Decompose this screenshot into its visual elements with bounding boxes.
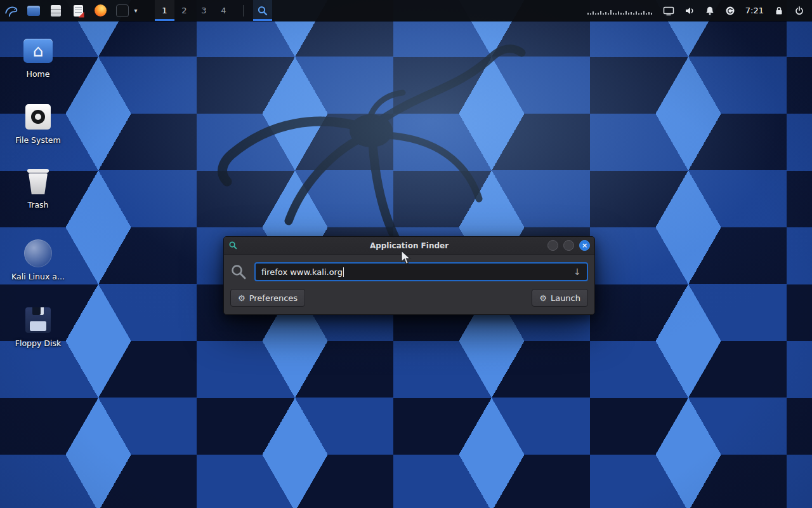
search-icon [257, 5, 268, 17]
search-input-value: firefox www.kali.org [261, 267, 343, 277]
lock-screen-icon[interactable] [774, 6, 784, 16]
floppy-disk-icon [25, 307, 51, 333]
log-out-power-icon[interactable] [794, 6, 804, 16]
close-button[interactable]: × [579, 240, 590, 251]
entry-dropdown-arrow-icon[interactable]: ↓ [573, 267, 581, 277]
icon-label: Kali Linux a... [11, 272, 65, 281]
app-finder-window-icon [228, 241, 238, 250]
text-editor-launcher[interactable] [70, 3, 86, 19]
icon-label: Floppy Disk [15, 338, 61, 348]
firefox-launcher[interactable] [92, 3, 108, 19]
file-cabinet-launcher[interactable] [48, 3, 64, 19]
desktop-icon-file-system: File System [8, 103, 69, 145]
kali-logo-icon [4, 3, 19, 18]
terminal-launcher[interactable] [114, 3, 131, 19]
gear-icon: ⚙ [238, 293, 246, 303]
icon-label: Home [27, 69, 50, 79]
icon-label: File System [15, 135, 61, 145]
application-finder-window: Application Finder × firefox www.kali.or… [223, 236, 595, 315]
firefox-icon [95, 4, 107, 17]
panel-right: 7:21 [587, 0, 812, 21]
kali-menu-button[interactable] [3, 3, 20, 19]
volume-icon[interactable] [684, 6, 695, 16]
workspace-4[interactable]: 4 [214, 0, 233, 21]
home-folder-icon: ⌂ [23, 39, 53, 63]
kali-docs-icon [24, 239, 52, 267]
kali-dragon-silhouette [159, 18, 590, 373]
taskbar-application-finder[interactable] [253, 0, 272, 21]
launch-button-label: Launch [551, 293, 580, 303]
top-panel: ▾ 1 2 3 4 [0, 0, 812, 21]
text-editor-icon [74, 5, 83, 17]
file-system-drive-icon [25, 104, 51, 130]
preferences-button[interactable]: ⚙ Preferences [230, 289, 305, 307]
file-system-shortcut[interactable]: File System [8, 103, 69, 145]
file-cabinet-icon [51, 5, 61, 17]
trash-shortcut[interactable]: Trash [8, 168, 69, 210]
trash-can-icon [27, 169, 49, 194]
clock[interactable]: 7:21 [745, 6, 764, 15]
chevron-down-icon[interactable]: ▾ [133, 7, 139, 14]
search-input[interactable]: firefox www.kali.org ↓ [254, 262, 588, 281]
desktop-icon-trash: Trash [8, 168, 69, 210]
display-icon[interactable] [663, 6, 674, 16]
terminal-icon [116, 4, 129, 17]
mouse-cursor [400, 250, 412, 265]
workspace-switcher: 1 2 3 4 [155, 0, 233, 21]
kali-linux-shortcut[interactable]: Kali Linux a... [8, 239, 69, 281]
panel-separator [243, 5, 244, 17]
maximize-button[interactable] [563, 240, 574, 251]
system-monitor-graph[interactable] [587, 6, 653, 15]
preferences-button-label: Preferences [249, 293, 298, 303]
launch-button[interactable]: ⚙ Launch [532, 289, 588, 307]
desktop-icon-kali-linux: Kali Linux a... [8, 239, 69, 281]
window-title: Application Finder [224, 241, 594, 250]
floppy-disk-shortcut[interactable]: Floppy Disk [8, 306, 69, 348]
workspace-2[interactable]: 2 [174, 0, 194, 21]
text-caret [343, 267, 344, 277]
search-icon [230, 264, 247, 281]
panel-left: ▾ 1 2 3 4 [0, 0, 272, 21]
file-manager-icon [27, 6, 40, 16]
workspace-3[interactable]: 3 [194, 0, 214, 21]
minimize-button[interactable] [547, 240, 558, 251]
file-manager-launcher[interactable] [25, 3, 42, 19]
desktop-screen: ▾ 1 2 3 4 [0, 0, 812, 508]
notifications-bell-icon[interactable] [705, 6, 715, 16]
desktop-icon-floppy: Floppy Disk [8, 306, 69, 348]
desktop-icon-home: ⌂ Home [8, 37, 69, 79]
icon-label: Trash [27, 200, 48, 210]
home-shortcut[interactable]: ⌂ Home [8, 37, 69, 79]
updates-icon[interactable] [725, 6, 735, 16]
workspace-1[interactable]: 1 [155, 0, 174, 21]
execute-gear-icon: ⚙ [539, 293, 547, 303]
